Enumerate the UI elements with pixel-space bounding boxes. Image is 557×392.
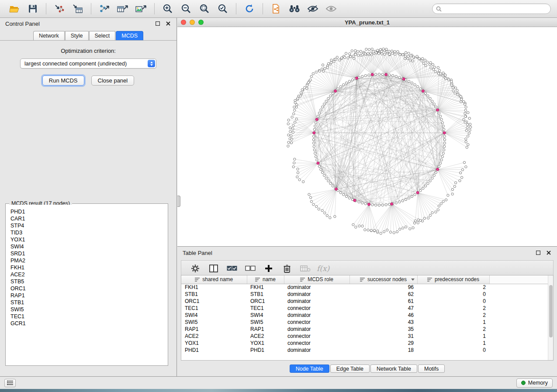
float-table-panel-button[interactable] [535,250,541,256]
minimize-window-button[interactable] [190,20,195,25]
control-panel-header: Control Panel [0,18,176,29]
panel-menu-button[interactable] [4,379,16,387]
mcds-result-item[interactable]: STB5 [10,278,167,285]
table-cell: STB1 [247,291,284,298]
table-row[interactable]: RAP1RAP1dominator352 [181,326,549,333]
search-input[interactable] [444,6,547,12]
mcds-result-item[interactable]: ORC1 [10,285,167,292]
tab-network[interactable]: Network [33,31,65,40]
export-image-button[interactable] [133,2,149,16]
tab-node-table[interactable]: Node Table [290,364,329,373]
column-header-name[interactable]: name [247,275,284,284]
table-cell: YOX1 [247,340,284,347]
table-settings-button[interactable] [188,262,202,275]
table-row[interactable]: TEC1TEC1connector472 [181,305,549,312]
tab-mcds[interactable]: MCDS [116,31,143,40]
table-cell-filler [489,305,549,312]
tab-edge-table[interactable]: Edge Table [330,364,370,373]
select-all-button[interactable] [225,262,239,275]
deselect-all-button[interactable] [243,262,257,275]
table-row[interactable]: STB1STB1dominator620 [181,291,549,298]
import-table-button[interactable] [69,2,86,16]
show-all-icon [325,5,337,13]
column-header-shared-name[interactable]: shared name [181,275,247,284]
export-network-button[interactable] [96,2,113,16]
run-mcds-button[interactable]: Run MCDS [42,76,84,86]
zoom-out-button[interactable] [178,2,194,16]
mcds-result-item[interactable]: STB1 [10,299,167,306]
table-cell-filler [489,326,549,333]
mcds-result-item[interactable]: YOX1 [10,236,167,243]
close-panel-button[interactable] [165,21,171,27]
network-canvas[interactable] [177,27,557,246]
table-cell: dominator [284,347,349,354]
network-graph[interactable] [177,27,557,246]
table-row[interactable]: FKH1FKH1dominator962 [181,284,549,291]
hide-selected-button[interactable] [304,2,321,16]
mcds-result-item[interactable]: GCR1 [10,320,167,327]
close-panel-action-button[interactable]: Close panel [91,76,135,86]
split-column-button[interactable] [207,262,221,275]
zoom-fit-button[interactable] [196,2,213,16]
show-all-button[interactable] [323,2,339,16]
splitter-handle[interactable] [177,196,180,207]
search-icon [436,6,442,12]
close-table-panel-button[interactable] [546,250,552,256]
mcds-result-item[interactable]: CAR1 [10,215,167,222]
mcds-result-item[interactable]: TEC1 [10,313,167,320]
table-row[interactable]: SWI5SWI5connector431 [181,319,549,326]
tab-motifs[interactable]: Motifs [418,364,445,373]
mcds-result-item[interactable]: STP4 [10,222,167,229]
toolbar-separator [91,3,91,14]
column-header-successor-nodes[interactable]: successor nodes [349,275,417,284]
column-header-predecessor-nodes[interactable]: predecessor nodes [417,275,489,284]
mcds-result-item[interactable]: ACE2 [10,271,167,278]
toolbar-separator [154,3,155,14]
clear-table-button[interactable] [298,262,312,275]
zoom-window-button[interactable] [198,20,204,25]
binoculars-button[interactable] [286,2,303,16]
copy-document-button[interactable] [268,2,284,16]
table-cell: YOX1 [181,340,247,347]
table-row[interactable]: ACE2ACE2connector311 [181,333,549,340]
table-cell: 2 [417,284,489,291]
refresh-layout-button[interactable] [241,2,258,16]
float-panel-button[interactable] [155,21,161,27]
mcds-result-item[interactable]: SWI4 [10,243,167,250]
function-builder-button[interactable]: f(x) [317,262,329,275]
mcds-result-item[interactable]: TID3 [10,229,167,236]
delete-column-button[interactable] [280,262,294,275]
table-cell: PHD1 [247,347,284,354]
mcds-result-item[interactable]: SWI5 [10,306,167,313]
mcds-result-item[interactable]: RAP1 [10,292,167,299]
table-cell: 43 [349,319,417,326]
table-row[interactable]: ORC1ORC1dominator610 [181,298,549,305]
close-icon [547,251,551,255]
open-session-icon [9,4,20,13]
save-session-button[interactable] [24,2,41,16]
mcds-result-item[interactable]: FKH1 [10,264,167,271]
column-header-mcds-role[interactable]: MCDS role [284,275,349,284]
import-network-button[interactable] [51,2,68,16]
add-column-button[interactable] [262,262,276,275]
tab-select[interactable]: Select [89,31,116,40]
scrollbar-thumb[interactable] [549,285,553,337]
table-row[interactable]: SWI4SWI4dominator462 [181,312,549,319]
table-row[interactable]: PHD1PHD1dominator180 [181,347,549,354]
mcds-result-item[interactable]: PMA2 [10,257,167,264]
criterion-select[interactable]: largest connected component (undirected) [20,58,156,69]
close-window-button[interactable] [181,20,186,25]
zoom-selected-button[interactable] [214,2,231,16]
table-row[interactable]: YOX1YOX1connector291 [181,340,549,347]
mcds-result-item[interactable]: PHD1 [10,208,167,215]
export-table-button[interactable] [114,2,131,16]
sort-direction-icon [411,279,415,281]
mcds-tab-content: Optimization criterion: largest connecte… [0,41,176,86]
memory-button[interactable]: Memory [516,378,553,388]
mcds-result-item[interactable]: SRD1 [10,250,167,257]
tab-network-table[interactable]: Network Table [370,364,417,373]
table-vertical-scrollbar[interactable] [548,275,553,360]
open-session-button[interactable] [6,2,23,16]
tab-style[interactable]: Style [65,31,89,40]
zoom-in-button[interactable] [159,2,176,16]
